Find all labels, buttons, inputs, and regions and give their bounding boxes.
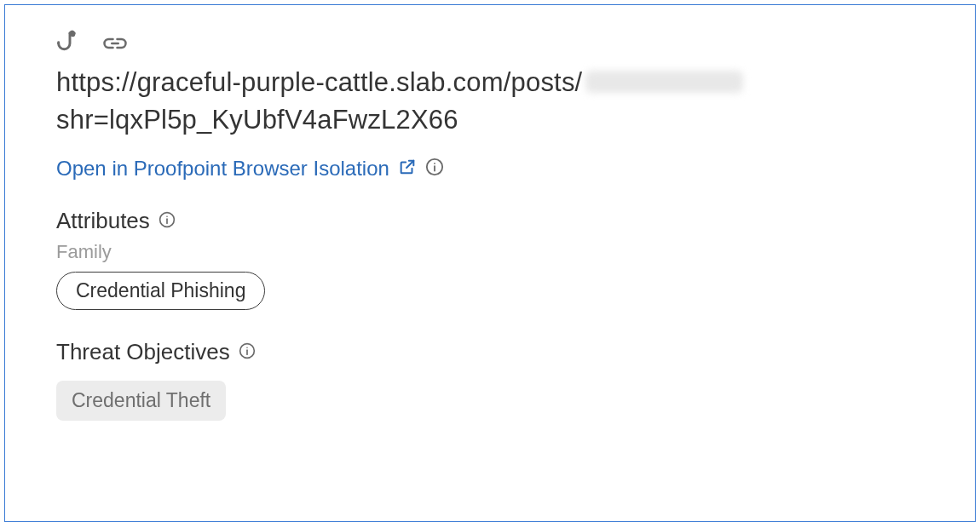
threat-type-icons xyxy=(56,29,932,58)
family-label: Family xyxy=(56,241,932,263)
browser-isolation-row: Open in Proofpoint Browser Isolation xyxy=(56,157,932,181)
threat-objectives-heading: Threat Objectives xyxy=(56,339,932,365)
threat-objective-tag[interactable]: Credential Theft xyxy=(56,381,226,421)
svg-point-6 xyxy=(166,215,168,217)
phishing-hook-icon xyxy=(56,29,84,58)
attributes-heading-text: Attributes xyxy=(56,208,150,234)
svg-point-9 xyxy=(246,347,248,348)
threat-url: https://graceful-purple-cattle.slab.com/… xyxy=(56,65,932,138)
threat-detail-panel: https://graceful-purple-cattle.slab.com/… xyxy=(4,4,976,522)
external-link-icon[interactable] xyxy=(398,158,417,180)
link-icon xyxy=(102,36,128,51)
attributes-info-icon[interactable] xyxy=(159,208,176,234)
family-value-pill[interactable]: Credential Phishing xyxy=(56,272,265,310)
threat-objectives-heading-text: Threat Objectives xyxy=(56,339,230,365)
attributes-heading: Attributes xyxy=(56,208,932,234)
redacted-segment xyxy=(585,71,743,93)
objectives-info-icon[interactable] xyxy=(239,339,256,365)
svg-point-3 xyxy=(434,163,435,164)
open-browser-isolation-link[interactable]: Open in Proofpoint Browser Isolation xyxy=(56,157,389,181)
threat-url-line1: https://graceful-purple-cattle.slab.com/… xyxy=(56,65,932,100)
threat-url-text-1: https://graceful-purple-cattle.slab.com/… xyxy=(56,67,582,97)
isolation-info-icon[interactable] xyxy=(425,158,444,180)
threat-url-line2: shr=lqxPl5p_KyUbfV4aFwzL2X66 xyxy=(56,102,932,138)
